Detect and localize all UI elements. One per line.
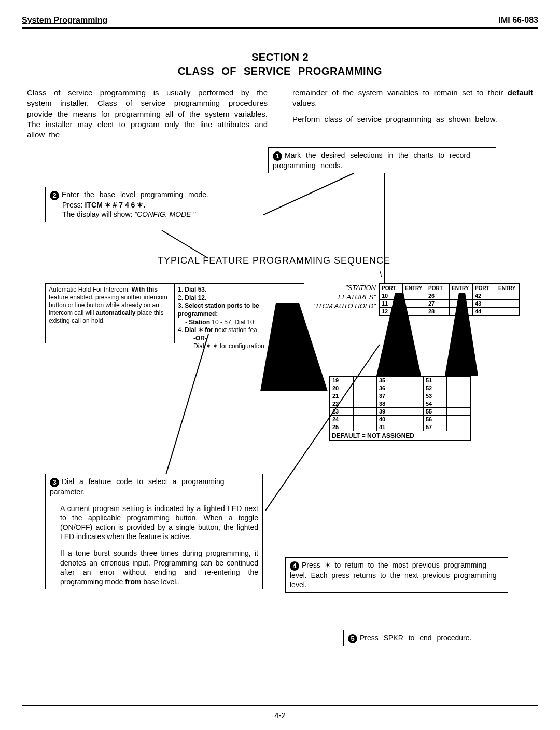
header-left: System Programming xyxy=(22,16,107,25)
badge-2: 2 xyxy=(50,191,59,200)
step5-box: 5Press SPKR to end procedure. xyxy=(343,630,514,646)
page-number: 4-2 xyxy=(0,711,560,720)
section-number: SECTION 2 xyxy=(22,51,538,63)
intro-col1: Class of service programming is usually … xyxy=(27,88,268,140)
section-title: CLASS OF SERVICE PROGRAMMING xyxy=(22,65,538,77)
step1-box: 1Mark the desired selections in the char… xyxy=(268,147,496,173)
quote-labels: "STATION FEATURES" "ITCM AUTO HOLD" xyxy=(306,283,376,311)
feature-description: Automatic Hold For Intercom: With this f… xyxy=(45,283,175,343)
step3-box: 3Dial a feature code to select a program… xyxy=(45,474,263,589)
port-table-bottom: 1935512036522137532238542339552440562541… xyxy=(329,376,471,441)
svg-line-0 xyxy=(263,173,354,215)
feature-steps: 1. Dial 53. 2. Dial 12. 3. Select statio… xyxy=(175,283,304,361)
badge-3: 3 xyxy=(50,478,59,487)
backslash-mark: \ xyxy=(380,270,382,279)
sequence-title: TYPICAL FEATURE PROGRAMMING SEQUENCE xyxy=(158,255,390,266)
svg-line-2 xyxy=(162,230,208,258)
header-right: IMI 66-083 xyxy=(499,16,539,25)
port-table: PORTENTRYPORTENTRYPORTENTRY1026421127431… xyxy=(379,283,520,316)
intro-col2: remainder of the system variables to rem… xyxy=(292,88,533,140)
step2-box: 2Enter the base level programming mode. … xyxy=(45,187,247,222)
badge-1: 1 xyxy=(273,151,282,161)
step4-box: 4Press ✶ to return to the most previous … xyxy=(285,557,508,593)
badge-4: 4 xyxy=(290,561,299,571)
badge-5: 5 xyxy=(348,634,357,643)
